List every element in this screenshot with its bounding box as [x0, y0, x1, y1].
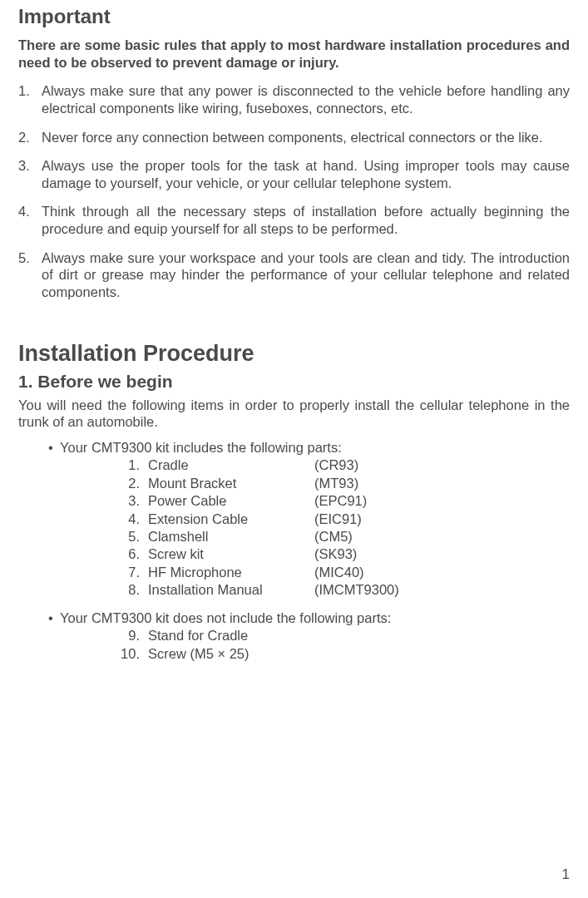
- excludes-label: Your CMT9300 kit does not include the fo…: [60, 609, 391, 627]
- excluded-parts-list: 9.Stand for Cradle 10.Screw (M5 × 25): [48, 627, 570, 663]
- rule-item: 4. Think through all the necessary steps…: [18, 203, 570, 237]
- parts-row: 2.Mount Bracket(MT93): [111, 475, 570, 492]
- part-code: (CR93): [314, 456, 570, 474]
- rule-item: 1. Always make sure that any power is di…: [18, 82, 570, 116]
- part-name: Mount Bracket: [140, 475, 314, 492]
- rule-text: Always make sure that any power is disco…: [42, 82, 570, 116]
- part-name: HF Microphone: [140, 564, 314, 581]
- important-heading: Important: [18, 5, 570, 28]
- installation-heading: Installation Procedure: [18, 341, 570, 367]
- part-name: Stand for Cradle: [140, 627, 314, 644]
- part-name: Screw kit: [140, 545, 314, 563]
- rules-list: 1. Always make sure that any power is di…: [18, 82, 570, 300]
- rule-number: 3.: [18, 157, 42, 191]
- rule-item: 5. Always make sure your workspace and y…: [18, 249, 570, 301]
- parts-row: 1.Cradle(CR93): [111, 456, 570, 474]
- part-code: (CM5): [314, 528, 570, 545]
- rule-number: 2.: [18, 129, 42, 146]
- excludes-label-line: • Your CMT9300 kit does not include the …: [48, 609, 570, 627]
- rule-text: Never force any connection between compo…: [42, 129, 570, 146]
- document-page: Important There are some basic rules tha…: [0, 5, 588, 663]
- rule-number: 5.: [18, 249, 42, 301]
- parts-row: 10.Screw (M5 × 25): [111, 645, 570, 663]
- parts-row: 7.HF Microphone(MIC40): [111, 564, 570, 581]
- before-begin-heading: 1. Before we begin: [18, 372, 570, 392]
- page-number: 1: [562, 866, 570, 883]
- excludes-block: • Your CMT9300 kit does not include the …: [18, 609, 570, 663]
- included-parts-list: 1.Cradle(CR93) 2.Mount Bracket(MT93) 3.P…: [48, 456, 570, 599]
- parts-row: 8.Installation Manual(IMCMT9300): [111, 581, 570, 599]
- part-number: 3.: [111, 492, 140, 510]
- parts-row: 3.Power Cable(EPC91): [111, 492, 570, 510]
- important-lead: There are some basic rules that apply to…: [18, 37, 570, 71]
- bullet-icon: •: [48, 439, 60, 456]
- part-number: 4.: [111, 511, 140, 528]
- part-code: [314, 627, 570, 644]
- part-code: (EIC91): [314, 511, 570, 528]
- part-code: (IMCMT9300): [314, 581, 570, 599]
- part-name: Clamshell: [140, 528, 314, 545]
- part-code: (SK93): [314, 545, 570, 563]
- part-number: 9.: [111, 627, 140, 644]
- rule-number: 4.: [18, 203, 42, 237]
- part-number: 10.: [111, 645, 140, 663]
- bullet-icon: •: [48, 609, 60, 627]
- part-code: (MIC40): [314, 564, 570, 581]
- part-name: Screw (M5 × 25): [140, 645, 314, 663]
- part-name: Extension Cable: [140, 511, 314, 528]
- rule-item: 3. Always use the proper tools for the t…: [18, 157, 570, 191]
- part-name: Cradle: [140, 456, 314, 474]
- part-number: 2.: [111, 475, 140, 492]
- rule-text: Always use the proper tools for the task…: [42, 157, 570, 191]
- includes-label-line: • Your CMT9300 kit includes the followin…: [48, 439, 570, 456]
- part-number: 5.: [111, 528, 140, 545]
- parts-row: 9.Stand for Cradle: [111, 627, 570, 644]
- part-code: (MT93): [314, 475, 570, 492]
- rule-item: 2. Never force any connection between co…: [18, 129, 570, 146]
- part-number: 7.: [111, 564, 140, 581]
- part-number: 6.: [111, 545, 140, 563]
- installation-intro: You will need the following items in ord…: [18, 397, 570, 431]
- part-code: [314, 645, 570, 663]
- parts-row: 5.Clamshell(CM5): [111, 528, 570, 545]
- rule-text: Think through all the necessary steps of…: [42, 203, 570, 237]
- part-number: 8.: [111, 581, 140, 599]
- part-code: (EPC91): [314, 492, 570, 510]
- part-name: Power Cable: [140, 492, 314, 510]
- parts-row: 6.Screw kit(SK93): [111, 545, 570, 563]
- includes-block: • Your CMT9300 kit includes the followin…: [18, 439, 570, 599]
- parts-row: 4.Extension Cable(EIC91): [111, 511, 570, 528]
- spacer: [18, 601, 570, 609]
- rule-text: Always make sure your workspace and your…: [42, 249, 570, 301]
- part-number: 1.: [111, 456, 140, 474]
- rule-number: 1.: [18, 82, 42, 116]
- part-name: Installation Manual: [140, 581, 314, 599]
- includes-label: Your CMT9300 kit includes the following …: [60, 439, 342, 456]
